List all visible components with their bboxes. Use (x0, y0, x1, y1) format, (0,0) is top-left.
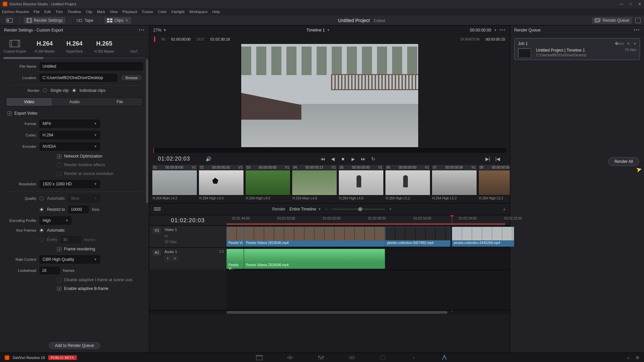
tape-toggle[interactable]: Tape (74, 17, 96, 24)
job-edit-icon[interactable]: ✎ (627, 42, 630, 46)
deliver-page-icon[interactable] (441, 355, 448, 361)
timeline-view-icon[interactable] (154, 207, 161, 212)
render-settings-toggle[interactable]: Render Settings (24, 17, 65, 24)
render-fx-checkbox[interactable] (57, 163, 61, 167)
render-src-checkbox[interactable] (57, 172, 61, 176)
export-video-checkbox[interactable] (7, 111, 12, 116)
tab-video[interactable]: Video (6, 98, 52, 106)
menu-davinci-resolve[interactable]: DaVinci Resolve (2, 10, 29, 14)
menu-trim[interactable]: Trim (55, 10, 63, 14)
next-clip-button[interactable]: ▶| (484, 156, 491, 162)
preset-custom-export[interactable]: Custom Export (0, 38, 30, 53)
viewer-scrubber[interactable] (153, 148, 506, 153)
menu-mark[interactable]: Mark (97, 10, 105, 14)
video-lane[interactable]: Pexels Vi... Pexels Videos 2818546.mp4 p… (226, 226, 510, 248)
single-clip-radio[interactable] (43, 88, 47, 93)
audio-track-header[interactable]: A1 Audio 1 S M 2.0 (149, 247, 226, 269)
viewer-menu-icon[interactable]: ••• (499, 28, 506, 33)
transport-timecode[interactable]: 01:02:20:03 (158, 156, 202, 162)
menu-fairlight[interactable]: Fairlight (171, 10, 184, 14)
audio-clip[interactable]: Pexels Videos 2818546.mp4 (244, 249, 385, 269)
encoder-select[interactable]: NVIDIA▼ (40, 142, 100, 150)
timeline-zoom-slider[interactable] (331, 208, 385, 210)
menu-fusion[interactable]: Fusion (142, 10, 153, 14)
video-viewer[interactable] (241, 44, 419, 147)
cut-page-icon[interactable] (286, 355, 294, 361)
fairlight-page-icon[interactable]: ♪ (410, 355, 417, 361)
media-page-icon[interactable] (256, 355, 263, 361)
quality-kbps-input[interactable] (68, 206, 89, 213)
preset-h-265-master[interactable]: H.265H.265 Master (89, 38, 119, 53)
menu-clip[interactable]: Clip (86, 10, 92, 14)
timeline-name[interactable]: Timeline 1 (307, 28, 325, 33)
menu-color[interactable]: Color (158, 10, 167, 14)
preset-yout[interactable]: YouT (119, 38, 149, 53)
audio-clip[interactable]: Pexels Vi... (226, 249, 244, 269)
viewer-zoom-value[interactable]: 27% (153, 28, 161, 33)
menu-timeline[interactable]: Timeline (67, 10, 81, 14)
clip-thumb-04[interactable]: 0400:00:00:13V1H.264 Main L4.0 (292, 165, 337, 201)
solo-button[interactable]: S (164, 256, 170, 261)
video-clip[interactable]: pexels-cottonbro-5445268.mp4 (452, 227, 514, 247)
loop-button[interactable]: ↻ (370, 156, 377, 162)
net-opt-checkbox[interactable] (57, 154, 61, 159)
clip-thumb-05[interactable]: 0500:00:00:00V1H.264 High L4.0 (338, 165, 384, 201)
prev-clip-button[interactable]: |◀ (494, 156, 501, 162)
fusion-page-icon[interactable] (348, 355, 356, 361)
menu-workspace[interactable]: Workspace (189, 10, 208, 14)
clip-thumb-03[interactable]: 0300:00:00:00V1H.264 High L4.0 (245, 165, 290, 201)
play-button[interactable]: ▶ (350, 157, 357, 162)
disable-iframe-checkbox[interactable] (57, 278, 61, 282)
clip-thumb-07[interactable]: 0700:00:00:06V1H.264 High L5.2 (432, 165, 477, 201)
last-frame-button[interactable]: ⏭ (360, 156, 367, 162)
menu-playback[interactable]: Playback (122, 10, 138, 14)
job-remove-icon[interactable]: ✕ (633, 42, 636, 46)
queue-menu-icon[interactable]: ••• (634, 28, 640, 33)
minimize-button[interactable]: ― (620, 2, 624, 6)
menu-file[interactable]: File (34, 10, 40, 14)
keyframes-every-radio[interactable] (40, 238, 44, 242)
preset-h-264-master[interactable]: H.264H.264 Master (30, 38, 60, 53)
menu-view[interactable]: View (110, 10, 118, 14)
track-visibility-icon[interactable]: ▭ (164, 234, 177, 238)
viewer-timecode[interactable]: 00:00:00:00 (470, 28, 491, 33)
render-queue-toggle[interactable]: Render Queue (592, 17, 632, 24)
ratecontrol-select[interactable]: CBR High Quality▼ (40, 255, 100, 263)
keyframes-auto-radio[interactable] (40, 228, 44, 232)
file-name-input[interactable] (40, 62, 143, 70)
close-button[interactable]: ✕ (638, 2, 641, 6)
browse-button[interactable]: Browse (120, 74, 143, 81)
edit-page-icon[interactable] (317, 355, 325, 361)
zoom-out-button[interactable]: − (325, 207, 327, 212)
quick-export-icon[interactable] (3, 17, 15, 24)
resolution-select[interactable]: 644 x 362 HD▼ (40, 180, 100, 188)
add-to-queue-button[interactable]: Add to Render Queue (48, 341, 101, 350)
preset-hyperdeck[interactable]: H.264HyperDeck (60, 38, 90, 53)
menu-help[interactable]: Help (212, 10, 220, 14)
color-page-icon[interactable] (379, 355, 386, 361)
panel-menu-icon[interactable]: ••• (139, 28, 145, 33)
codec-select[interactable]: H.264▼ (40, 131, 100, 139)
clip-thumb-02[interactable]: 0200:00:00:00V1H.264 High L4.0 (199, 165, 244, 201)
encprofile-select[interactable]: High▼ (40, 217, 71, 225)
video-clip[interactable]: Pexels Videos 2818546.mp4 (244, 227, 385, 247)
render-range-select[interactable]: Entire Timeline▼ (289, 207, 321, 212)
tab-file[interactable]: File (97, 98, 143, 106)
location-input[interactable] (40, 74, 117, 82)
video-clip[interactable]: pexels-cottonbro-5427482.mp4 (385, 227, 450, 247)
individual-clips-radio[interactable] (72, 88, 76, 93)
timeline-ruler[interactable]: 01:01:44:0001:01:52:0001:02:00:0001:02:0… (226, 215, 510, 225)
stop-button[interactable]: ■ (340, 156, 346, 162)
quality-auto-radio[interactable] (40, 196, 44, 200)
project-settings-icon[interactable]: ⚙ (636, 355, 639, 360)
render-all-button[interactable]: Render All (608, 157, 639, 166)
mute-button[interactable]: M (172, 256, 178, 261)
frame-reorder-checkbox[interactable] (57, 247, 61, 251)
chevron-down-icon[interactable]: ▼ (327, 28, 330, 32)
clip-thumb-06[interactable]: 0600:00:00:00V1H.264 High L5.2 (385, 165, 430, 201)
clip-thumb-08[interactable]: 0800:00:00:00V1H.264 High L5.2 (478, 165, 510, 201)
timeline-h-scrollbar[interactable] (149, 310, 510, 314)
mute-icon[interactable]: 🔊 (205, 156, 212, 162)
lookahead-input[interactable] (40, 267, 60, 274)
enable-bframe-checkbox[interactable] (57, 287, 61, 291)
